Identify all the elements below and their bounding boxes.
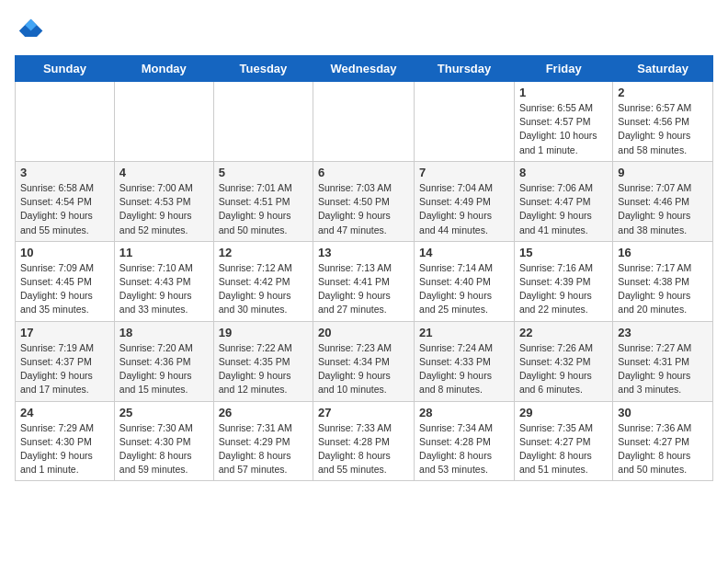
day-number: 15 — [519, 246, 608, 259]
calendar-cell: 28Sunrise: 7:34 AM Sunset: 4:28 PM Dayli… — [415, 401, 515, 481]
day-info: Sunrise: 7:20 AM Sunset: 4:36 PM Dayligh… — [119, 341, 209, 397]
day-info: Sunrise: 7:30 AM Sunset: 4:30 PM Dayligh… — [119, 421, 209, 477]
day-info: Sunrise: 7:14 AM Sunset: 4:40 PM Dayligh… — [419, 261, 509, 317]
day-number: 1 — [519, 86, 608, 99]
calendar-cell: 27Sunrise: 7:33 AM Sunset: 4:28 PM Dayli… — [313, 401, 415, 481]
day-number: 18 — [119, 326, 209, 339]
calendar-cell — [313, 82, 415, 162]
day-info: Sunrise: 7:09 AM Sunset: 4:45 PM Dayligh… — [20, 261, 109, 317]
day-info: Sunrise: 7:19 AM Sunset: 4:37 PM Dayligh… — [20, 341, 109, 397]
calendar-cell: 30Sunrise: 7:36 AM Sunset: 4:27 PM Dayli… — [613, 401, 713, 481]
day-number: 16 — [618, 246, 708, 259]
day-number: 6 — [318, 166, 409, 179]
day-number: 7 — [419, 166, 509, 179]
day-number: 23 — [618, 326, 708, 339]
day-number: 21 — [419, 326, 509, 339]
calendar-cell: 17Sunrise: 7:19 AM Sunset: 4:37 PM Dayli… — [16, 321, 115, 401]
calendar-cell: 20Sunrise: 7:23 AM Sunset: 4:34 PM Dayli… — [313, 321, 415, 401]
calendar-cell: 18Sunrise: 7:20 AM Sunset: 4:36 PM Dayli… — [114, 321, 213, 401]
dow-header-friday: Friday — [514, 56, 612, 82]
calendar-cell: 1Sunrise: 6:55 AM Sunset: 4:57 PM Daylig… — [514, 82, 612, 162]
calendar-cell — [415, 82, 515, 162]
day-number: 5 — [219, 166, 308, 179]
calendar-cell: 29Sunrise: 7:35 AM Sunset: 4:27 PM Dayli… — [514, 401, 612, 481]
calendar-cell: 9Sunrise: 7:07 AM Sunset: 4:46 PM Daylig… — [613, 161, 713, 241]
day-info: Sunrise: 7:34 AM Sunset: 4:28 PM Dayligh… — [419, 421, 509, 477]
day-number: 24 — [20, 406, 109, 419]
day-info: Sunrise: 7:00 AM Sunset: 4:53 PM Dayligh… — [119, 181, 209, 237]
dow-header-thursday: Thursday — [415, 56, 515, 82]
calendar-cell: 16Sunrise: 7:17 AM Sunset: 4:38 PM Dayli… — [613, 241, 713, 321]
calendar-cell: 14Sunrise: 7:14 AM Sunset: 4:40 PM Dayli… — [415, 241, 515, 321]
calendar-cell: 25Sunrise: 7:30 AM Sunset: 4:30 PM Dayli… — [114, 401, 213, 481]
day-info: Sunrise: 7:04 AM Sunset: 4:49 PM Dayligh… — [419, 181, 509, 237]
day-info: Sunrise: 7:23 AM Sunset: 4:34 PM Dayligh… — [318, 341, 409, 397]
day-info: Sunrise: 7:13 AM Sunset: 4:41 PM Dayligh… — [318, 261, 409, 317]
calendar-cell: 10Sunrise: 7:09 AM Sunset: 4:45 PM Dayli… — [16, 241, 115, 321]
calendar-cell: 22Sunrise: 7:26 AM Sunset: 4:32 PM Dayli… — [514, 321, 612, 401]
header — [15, 15, 713, 44]
dow-header-tuesday: Tuesday — [213, 56, 313, 82]
calendar-cell: 2Sunrise: 6:57 AM Sunset: 4:56 PM Daylig… — [613, 82, 713, 162]
calendar-cell — [213, 82, 313, 162]
day-info: Sunrise: 6:58 AM Sunset: 4:54 PM Dayligh… — [20, 181, 109, 237]
calendar-cell: 24Sunrise: 7:29 AM Sunset: 4:30 PM Dayli… — [16, 401, 115, 481]
day-info: Sunrise: 7:36 AM Sunset: 4:27 PM Dayligh… — [618, 421, 708, 477]
calendar-cell: 5Sunrise: 7:01 AM Sunset: 4:51 PM Daylig… — [213, 161, 313, 241]
day-number: 10 — [20, 246, 109, 259]
calendar-cell: 12Sunrise: 7:12 AM Sunset: 4:42 PM Dayli… — [213, 241, 313, 321]
logo — [15, 15, 48, 44]
day-info: Sunrise: 7:12 AM Sunset: 4:42 PM Dayligh… — [219, 261, 308, 317]
calendar-cell: 8Sunrise: 7:06 AM Sunset: 4:47 PM Daylig… — [514, 161, 612, 241]
day-info: Sunrise: 7:10 AM Sunset: 4:43 PM Dayligh… — [119, 261, 209, 317]
calendar-week-1: 1Sunrise: 6:55 AM Sunset: 4:57 PM Daylig… — [16, 82, 713, 162]
day-info: Sunrise: 7:31 AM Sunset: 4:29 PM Dayligh… — [219, 421, 308, 477]
day-info: Sunrise: 7:26 AM Sunset: 4:32 PM Dayligh… — [519, 341, 608, 397]
calendar-cell: 23Sunrise: 7:27 AM Sunset: 4:31 PM Dayli… — [613, 321, 713, 401]
dow-header-wednesday: Wednesday — [313, 56, 415, 82]
calendar-week-5: 24Sunrise: 7:29 AM Sunset: 4:30 PM Dayli… — [16, 401, 713, 481]
day-number: 22 — [519, 326, 608, 339]
calendar-week-4: 17Sunrise: 7:19 AM Sunset: 4:37 PM Dayli… — [16, 321, 713, 401]
calendar-week-3: 10Sunrise: 7:09 AM Sunset: 4:45 PM Dayli… — [16, 241, 713, 321]
day-info: Sunrise: 6:55 AM Sunset: 4:57 PM Dayligh… — [519, 101, 608, 157]
calendar-cell: 19Sunrise: 7:22 AM Sunset: 4:35 PM Dayli… — [213, 321, 313, 401]
day-number: 2 — [618, 86, 708, 99]
calendar-cell: 7Sunrise: 7:04 AM Sunset: 4:49 PM Daylig… — [415, 161, 515, 241]
day-number: 26 — [219, 406, 308, 419]
day-info: Sunrise: 7:35 AM Sunset: 4:27 PM Dayligh… — [519, 421, 608, 477]
day-info: Sunrise: 7:03 AM Sunset: 4:50 PM Dayligh… — [318, 181, 409, 237]
day-info: Sunrise: 7:01 AM Sunset: 4:51 PM Dayligh… — [219, 181, 308, 237]
day-number: 8 — [519, 166, 608, 179]
calendar-cell: 13Sunrise: 7:13 AM Sunset: 4:41 PM Dayli… — [313, 241, 415, 321]
day-number: 13 — [318, 246, 409, 259]
day-info: Sunrise: 7:29 AM Sunset: 4:30 PM Dayligh… — [20, 421, 109, 477]
dow-header-sunday: Sunday — [16, 56, 115, 82]
day-number: 3 — [20, 166, 109, 179]
calendar-cell: 21Sunrise: 7:24 AM Sunset: 4:33 PM Dayli… — [415, 321, 515, 401]
calendar-cell: 3Sunrise: 6:58 AM Sunset: 4:54 PM Daylig… — [16, 161, 115, 241]
day-info: Sunrise: 7:27 AM Sunset: 4:31 PM Dayligh… — [618, 341, 708, 397]
calendar-cell: 26Sunrise: 7:31 AM Sunset: 4:29 PM Dayli… — [213, 401, 313, 481]
day-number: 29 — [519, 406, 608, 419]
day-number: 4 — [119, 166, 209, 179]
day-info: Sunrise: 7:07 AM Sunset: 4:46 PM Dayligh… — [618, 181, 708, 237]
calendar-cell: 15Sunrise: 7:16 AM Sunset: 4:39 PM Dayli… — [514, 241, 612, 321]
day-info: Sunrise: 7:33 AM Sunset: 4:28 PM Dayligh… — [318, 421, 409, 477]
day-number: 17 — [20, 326, 109, 339]
calendar: SundayMondayTuesdayWednesdayThursdayFrid… — [15, 55, 713, 481]
day-number: 19 — [219, 326, 308, 339]
calendar-cell: 11Sunrise: 7:10 AM Sunset: 4:43 PM Dayli… — [114, 241, 213, 321]
day-info: Sunrise: 7:22 AM Sunset: 4:35 PM Dayligh… — [219, 341, 308, 397]
calendar-cell — [114, 82, 213, 162]
dow-header-monday: Monday — [114, 56, 213, 82]
day-info: Sunrise: 7:06 AM Sunset: 4:47 PM Dayligh… — [519, 181, 608, 237]
day-info: Sunrise: 7:24 AM Sunset: 4:33 PM Dayligh… — [419, 341, 509, 397]
day-number: 30 — [618, 406, 708, 419]
day-number: 28 — [419, 406, 509, 419]
day-info: Sunrise: 7:16 AM Sunset: 4:39 PM Dayligh… — [519, 261, 608, 317]
calendar-cell — [16, 82, 115, 162]
day-number: 9 — [618, 166, 708, 179]
day-number: 11 — [119, 246, 209, 259]
day-number: 12 — [219, 246, 308, 259]
